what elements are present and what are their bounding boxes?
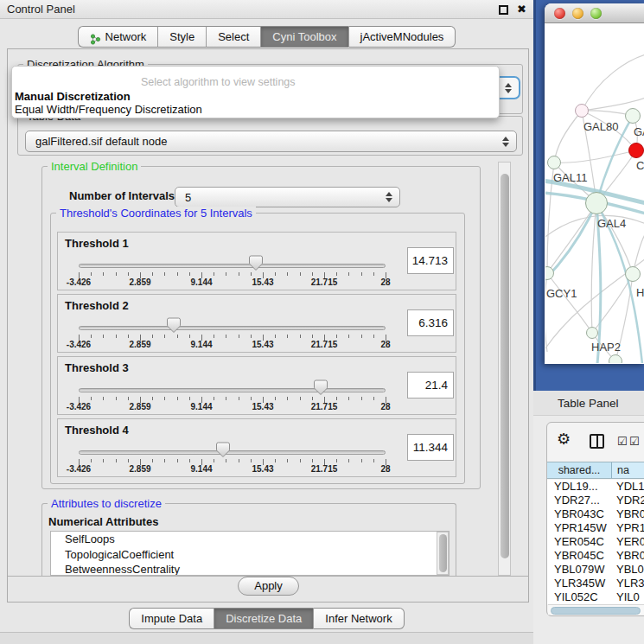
tick-mark [300,335,301,338]
tab-style[interactable]: Style [157,26,206,48]
column-header[interactable]: shared... [547,462,612,478]
tick-label: 28 [380,402,390,411]
tick-mark [251,272,252,276]
tick-label: -3.426 [67,277,91,287]
table-row[interactable]: YBR043CYBR0 [547,507,644,521]
scrollbar-thumb[interactable] [551,607,641,615]
tab-jactivemnodules[interactable]: jActiveMNodules [348,26,456,48]
tick-mark [214,335,214,338]
tick-mark [336,397,337,400]
panel-title: Control Panel [7,3,75,16]
threshold-panel: Threshold 2-3.4262.8599.14415.4321.71528… [57,294,456,353]
tick-mark [189,397,190,400]
network-node[interactable] [575,104,589,118]
tick-mark [287,335,288,338]
apply-button[interactable]: Apply [238,577,299,596]
slider-track[interactable] [79,388,386,392]
panel-vertical-scrollbar[interactable] [498,162,511,576]
stepper-arrows-icon[interactable] [505,83,512,93]
cell: YER0 [612,535,644,549]
slider-thumb[interactable] [216,442,230,458]
network-node[interactable] [586,327,598,339]
slider-track[interactable] [79,450,386,455]
node-label: HAP2 [591,341,621,354]
slider-thumb[interactable] [167,317,181,334]
tick-label: 21.715 [311,340,338,349]
tab-select[interactable]: Select [206,26,260,48]
network-canvas[interactable]: GAL80GAGAL11CGAL4GCY1HHAP2 [545,23,644,363]
slider-thumb[interactable] [314,379,328,396]
table-row[interactable]: YBL079WYBL0 [547,563,644,577]
network-view-window[interactable]: GAL80GAGAL11CGAL4GCY1HHAP2 [545,3,644,364]
tab-network[interactable]: Network [78,26,158,48]
tick-mark [287,459,288,462]
tick-mark [336,459,337,462]
tab-impute-data[interactable]: Impute Data [129,608,214,629]
cell: YPR145W [547,521,612,535]
scrollbar-thumb[interactable] [439,534,447,572]
show-columns-icon[interactable] [590,434,604,449]
slider-track[interactable] [79,264,386,268]
list-scrollbar[interactable] [437,532,449,575]
num-intervals-combo[interactable]: 5 [175,187,400,207]
network-node[interactable] [625,108,641,124]
float-window-icon[interactable] [499,5,508,15]
table-row[interactable]: YDL19...YDL1 [547,480,644,494]
table-row[interactable]: YBR045CYBR0 [547,549,644,563]
table-row[interactable]: YLR345WYLR3 [547,577,644,590]
slider-track[interactable] [79,326,386,330]
table-panel-bar: Table Panel [533,391,644,416]
cell: YDL19... [547,480,612,494]
list-item[interactable]: BetweennessCentrality [51,562,449,576]
table-row[interactable]: YER054CYER0 [547,535,644,549]
tab-discretize-data[interactable]: Discretize Data [214,608,313,629]
network-node[interactable] [547,156,561,169]
threshold-value-field[interactable]: 14.713 [407,247,454,274]
tick-mark [116,335,117,338]
close-icon[interactable]: ✖ [517,3,526,16]
tick-mark [312,272,313,276]
tick-label: 28 [380,277,390,287]
horizontal-scrollbar[interactable] [548,604,644,615]
algorithm-menu-item[interactable]: Equal Width/Frequency Discretization [15,103,202,116]
tick-mark [336,272,337,276]
checkbox-icon[interactable]: ☑ [617,436,628,447]
network-node[interactable] [585,192,608,214]
table-row[interactable]: YDR27...YDR2 [547,494,644,507]
tick-mark [177,459,178,462]
tick-mark [214,459,214,462]
network-node[interactable] [609,354,622,363]
network-window-titlebar[interactable] [545,3,644,23]
checkbox-icon[interactable]: ☑ [629,436,640,447]
threshold-value-field[interactable]: 21.4 [407,372,454,399]
tick-mark [152,397,153,400]
algorithm-menu-item[interactable]: Manual Discretization [15,90,131,103]
tab-infer-network[interactable]: Infer Network [313,608,404,629]
zoom-traffic-light[interactable] [590,8,602,19]
close-traffic-light[interactable] [554,8,565,19]
node-label: GAL11 [553,171,588,184]
num-intervals-label: Number of Intervals [69,189,175,202]
column-header[interactable]: na [612,462,644,478]
table-data-combo[interactable]: galFiltered.sif default node [25,131,517,152]
table-row[interactable]: YPR145WYPR1 [547,521,644,535]
minimize-traffic-light[interactable] [572,8,583,19]
gear-icon[interactable]: ⚙ [557,431,571,447]
numerical-attributes-list[interactable]: SelfLoopsTopologicalCoefficientBetweenne… [50,531,450,576]
tick-mark [226,272,226,276]
threshold-value-field[interactable]: 6.316 [407,309,454,336]
list-item[interactable]: SelfLoops [51,532,449,547]
tab-cyni-toolbox[interactable]: Cyni Toolbox [260,26,348,48]
scrollbar-thumb[interactable] [501,174,509,558]
table-row[interactable]: YIL052CYIL0 [547,590,644,604]
group-title: Interval Definition [48,160,141,173]
network-node-selected[interactable] [628,143,644,158]
network-node[interactable] [625,266,641,282]
tick-label: 21.715 [311,464,338,474]
tick-label: 9.144 [190,402,212,411]
list-item[interactable]: TopologicalCoefficient [51,547,449,563]
threshold-value-field[interactable]: 11.344 [407,434,454,461]
node-label: GAL80 [583,120,618,133]
slider-thumb[interactable] [249,255,263,271]
table-panel-title: Table Panel [558,397,619,410]
